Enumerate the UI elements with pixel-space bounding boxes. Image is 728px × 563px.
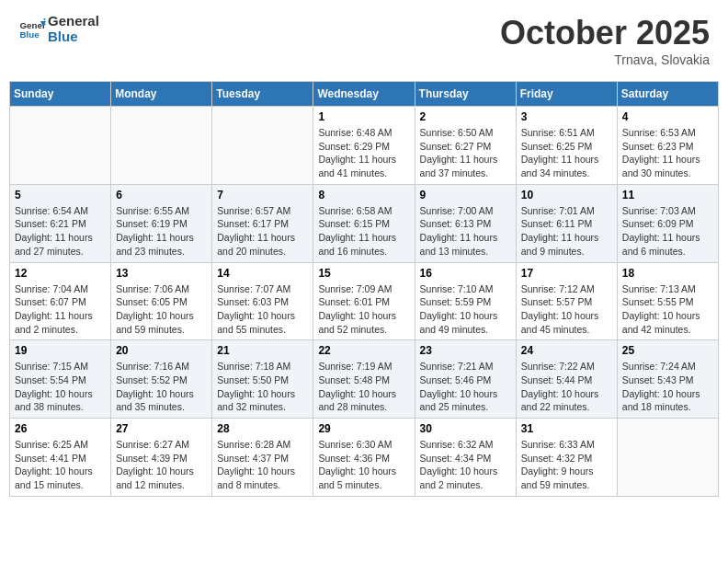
day-number: 5 (15, 189, 106, 201)
day-info: Sunrise: 6:53 AMSunset: 6:23 PMDaylight:… (622, 126, 713, 180)
day-number: 12 (15, 267, 106, 280)
day-info: Sunrise: 6:25 AMSunset: 4:41 PMDaylight:… (15, 438, 106, 492)
calendar-cell: 18Sunrise: 7:13 AMSunset: 5:55 PMDayligh… (617, 262, 718, 340)
day-number: 3 (521, 110, 612, 123)
calendar-week-row: 26Sunrise: 6:25 AMSunset: 4:41 PMDayligh… (10, 419, 719, 497)
day-info: Sunrise: 7:07 AMSunset: 6:03 PMDaylight:… (217, 282, 308, 337)
calendar-cell: 12Sunrise: 7:04 AMSunset: 6:07 PMDayligh… (10, 262, 111, 340)
calendar-cell: 2Sunrise: 6:50 AMSunset: 6:27 PMDaylight… (415, 107, 516, 185)
calendar-week-row: 19Sunrise: 7:15 AMSunset: 5:54 PMDayligh… (10, 340, 719, 419)
day-number: 24 (521, 344, 612, 357)
day-info: Sunrise: 7:03 AMSunset: 6:09 PMDaylight:… (622, 204, 713, 259)
day-info: Sunrise: 6:30 AMSunset: 4:36 PMDaylight:… (318, 438, 409, 492)
day-number: 29 (318, 422, 409, 435)
day-info: Sunrise: 6:28 AMSunset: 4:37 PMDaylight:… (217, 438, 308, 492)
calendar-cell: 21Sunrise: 7:18 AMSunset: 5:50 PMDayligh… (212, 340, 313, 419)
logo: General Blue General Blue (18, 14, 99, 44)
calendar-cell: 23Sunrise: 7:21 AMSunset: 5:46 PMDayligh… (415, 340, 516, 419)
calendar-cell: 11Sunrise: 7:03 AMSunset: 6:09 PMDayligh… (617, 184, 718, 262)
day-info: Sunrise: 7:18 AMSunset: 5:50 PMDaylight:… (217, 360, 308, 414)
day-number: 14 (217, 267, 308, 280)
calendar-cell: 31Sunrise: 6:33 AMSunset: 4:32 PMDayligh… (516, 419, 617, 497)
day-number: 26 (15, 422, 106, 435)
day-info: Sunrise: 7:01 AMSunset: 6:11 PMDaylight:… (521, 204, 612, 259)
day-number: 8 (318, 189, 409, 201)
col-header-saturday: Saturday (617, 82, 718, 107)
calendar-cell: 15Sunrise: 7:09 AMSunset: 6:01 PMDayligh… (313, 262, 415, 340)
calendar-cell: 8Sunrise: 6:58 AMSunset: 6:15 PMDaylight… (313, 184, 415, 262)
day-info: Sunrise: 7:19 AMSunset: 5:48 PMDaylight:… (318, 360, 409, 414)
day-info: Sunrise: 7:00 AMSunset: 6:13 PMDaylight:… (420, 204, 511, 259)
day-number: 17 (521, 267, 612, 280)
calendar-cell: 26Sunrise: 6:25 AMSunset: 4:41 PMDayligh… (10, 419, 111, 497)
calendar-week-row: 5Sunrise: 6:54 AMSunset: 6:21 PMDaylight… (10, 184, 719, 262)
calendar-cell: 24Sunrise: 7:22 AMSunset: 5:44 PMDayligh… (516, 340, 617, 419)
day-number: 6 (116, 189, 207, 201)
day-number: 27 (116, 422, 207, 435)
day-info: Sunrise: 6:48 AMSunset: 6:29 PMDaylight:… (318, 126, 409, 180)
col-header-thursday: Thursday (415, 82, 516, 107)
day-number: 22 (318, 344, 409, 357)
day-number: 21 (217, 344, 308, 357)
day-info: Sunrise: 7:04 AMSunset: 6:07 PMDaylight:… (15, 282, 106, 337)
day-number: 25 (622, 344, 713, 357)
calendar-cell: 13Sunrise: 7:06 AMSunset: 6:05 PMDayligh… (111, 262, 212, 340)
day-info: Sunrise: 6:32 AMSunset: 4:34 PMDaylight:… (420, 438, 511, 492)
calendar-cell: 6Sunrise: 6:55 AMSunset: 6:19 PMDaylight… (111, 184, 212, 262)
day-info: Sunrise: 7:21 AMSunset: 5:46 PMDaylight:… (420, 360, 511, 414)
calendar-cell: 19Sunrise: 7:15 AMSunset: 5:54 PMDayligh… (10, 340, 111, 419)
day-number: 4 (622, 110, 713, 123)
calendar-cell: 4Sunrise: 6:53 AMSunset: 6:23 PMDaylight… (617, 107, 718, 185)
day-number: 18 (622, 267, 713, 280)
day-number: 16 (420, 267, 511, 280)
day-number: 10 (521, 189, 612, 201)
day-number: 2 (420, 110, 511, 123)
day-info: Sunrise: 7:06 AMSunset: 6:05 PMDaylight:… (116, 282, 207, 337)
day-info: Sunrise: 6:54 AMSunset: 6:21 PMDaylight:… (15, 204, 106, 259)
calendar-cell: 3Sunrise: 6:51 AMSunset: 6:25 PMDaylight… (516, 107, 617, 185)
logo-line1: General (48, 14, 99, 29)
day-number: 11 (622, 189, 713, 201)
col-header-monday: Monday (111, 82, 212, 107)
day-number: 23 (420, 344, 511, 357)
col-header-tuesday: Tuesday (212, 82, 313, 107)
calendar-cell: 14Sunrise: 7:07 AMSunset: 6:03 PMDayligh… (212, 262, 313, 340)
svg-text:Blue: Blue (20, 29, 40, 40)
calendar-cell: 22Sunrise: 7:19 AMSunset: 5:48 PMDayligh… (313, 340, 415, 419)
col-header-sunday: Sunday (10, 82, 111, 107)
calendar-week-row: 12Sunrise: 7:04 AMSunset: 6:07 PMDayligh… (10, 262, 719, 340)
calendar-cell (10, 107, 111, 185)
calendar-cell: 10Sunrise: 7:01 AMSunset: 6:11 PMDayligh… (516, 184, 617, 262)
calendar-header-row: SundayMondayTuesdayWednesdayThursdayFrid… (10, 82, 719, 107)
day-number: 15 (318, 267, 409, 280)
calendar-cell: 28Sunrise: 6:28 AMSunset: 4:37 PMDayligh… (212, 419, 313, 497)
day-info: Sunrise: 6:57 AMSunset: 6:17 PMDaylight:… (217, 204, 308, 259)
day-info: Sunrise: 7:15 AMSunset: 5:54 PMDaylight:… (15, 360, 106, 414)
day-info: Sunrise: 6:27 AMSunset: 4:39 PMDaylight:… (116, 438, 207, 492)
calendar-cell (212, 107, 313, 185)
day-info: Sunrise: 7:16 AMSunset: 5:52 PMDaylight:… (116, 360, 207, 414)
title-block: October 2025 Trnava, Slovakia (500, 14, 710, 67)
day-info: Sunrise: 7:24 AMSunset: 5:43 PMDaylight:… (622, 360, 713, 414)
calendar-table: SundayMondayTuesdayWednesdayThursdayFrid… (9, 81, 719, 497)
day-info: Sunrise: 6:58 AMSunset: 6:15 PMDaylight:… (318, 204, 409, 259)
day-number: 7 (217, 189, 308, 201)
calendar-cell: 20Sunrise: 7:16 AMSunset: 5:52 PMDayligh… (111, 340, 212, 419)
day-number: 19 (15, 344, 106, 357)
calendar-cell: 9Sunrise: 7:00 AMSunset: 6:13 PMDaylight… (415, 184, 516, 262)
page-header: General Blue General Blue October 2025 T… (9, 9, 719, 72)
day-number: 9 (420, 189, 511, 201)
day-number: 31 (521, 422, 612, 435)
location: Trnava, Slovakia (500, 52, 710, 67)
logo-icon: General Blue (18, 16, 46, 43)
calendar-cell: 7Sunrise: 6:57 AMSunset: 6:17 PMDaylight… (212, 184, 313, 262)
month-title: October 2025 (500, 14, 710, 52)
calendar-week-row: 1Sunrise: 6:48 AMSunset: 6:29 PMDaylight… (10, 107, 719, 185)
calendar-cell: 1Sunrise: 6:48 AMSunset: 6:29 PMDaylight… (313, 107, 415, 185)
calendar-cell: 5Sunrise: 6:54 AMSunset: 6:21 PMDaylight… (10, 184, 111, 262)
day-info: Sunrise: 6:55 AMSunset: 6:19 PMDaylight:… (116, 204, 207, 259)
calendar-cell (617, 419, 718, 497)
calendar-cell: 30Sunrise: 6:32 AMSunset: 4:34 PMDayligh… (415, 419, 516, 497)
day-info: Sunrise: 7:12 AMSunset: 5:57 PMDaylight:… (521, 282, 612, 337)
day-number: 13 (116, 267, 207, 280)
